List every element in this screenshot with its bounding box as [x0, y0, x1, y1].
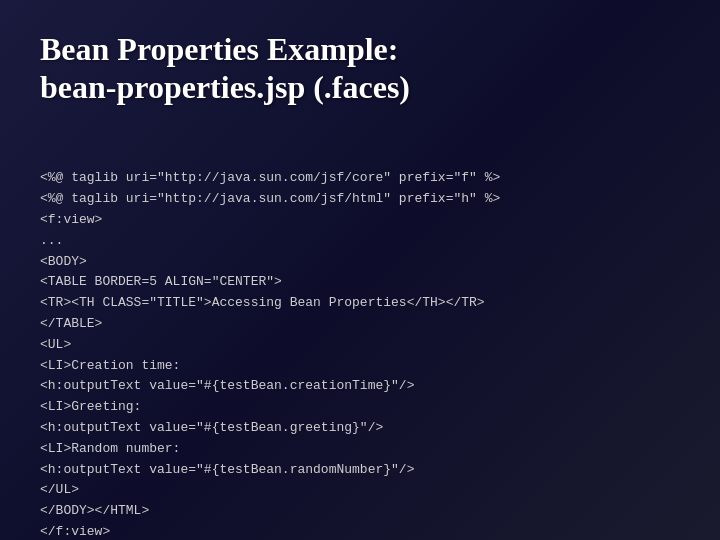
code-line: <TR><TH CLASS="TITLE">Accessing Bean Pro… — [40, 293, 680, 314]
code-line: <h:outputText value="#{testBean.greeting… — [40, 418, 680, 439]
code-line: </BODY></HTML> — [40, 501, 680, 522]
slide-container: Bean Properties Example: bean-properties… — [0, 0, 720, 540]
code-block: <%@ taglib uri="http://java.sun.com/jsf/… — [40, 127, 680, 540]
code-line: <%@ taglib uri="http://java.sun.com/jsf/… — [40, 189, 680, 210]
code-line: </f:view> — [40, 522, 680, 540]
code-line: <TABLE BORDER=5 ALIGN="CENTER"> — [40, 272, 680, 293]
slide-title: Bean Properties Example: bean-properties… — [40, 30, 680, 107]
code-line: <%@ taglib uri="http://java.sun.com/jsf/… — [40, 168, 680, 189]
code-line: <BODY> — [40, 252, 680, 273]
title-line1: Bean Properties Example: — [40, 31, 398, 67]
code-line: <LI>Greeting: — [40, 397, 680, 418]
code-line: </UL> — [40, 480, 680, 501]
code-line: <LI>Creation time: — [40, 356, 680, 377]
code-line: <f:view> — [40, 210, 680, 231]
code-line: ... — [40, 231, 680, 252]
code-line: <h:outputText value="#{testBean.randomNu… — [40, 460, 680, 481]
code-line: <h:outputText value="#{testBean.creation… — [40, 376, 680, 397]
code-line: <LI>Random number: — [40, 439, 680, 460]
code-line: <UL> — [40, 335, 680, 356]
title-line2: bean-properties.jsp (.faces) — [40, 69, 410, 105]
code-line: </TABLE> — [40, 314, 680, 335]
